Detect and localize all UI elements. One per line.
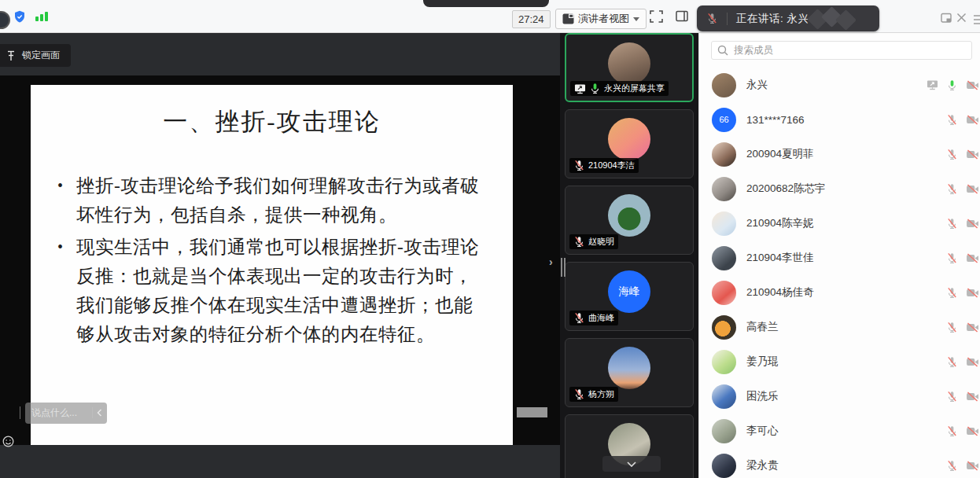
member-row[interactable]: 姜乃琨 (699, 344, 980, 379)
view-mode-label: 演讲者视图 (578, 12, 629, 26)
chevron-down-icon (633, 17, 639, 21)
chat-placeholder: 说点什么... (31, 406, 90, 420)
member-status-icons[interactable] (927, 79, 979, 91)
participant-avatar (608, 347, 650, 389)
member-status-icons[interactable] (946, 425, 979, 437)
member-avatar (712, 350, 736, 374)
chat-input[interactable]: 说点什么... (25, 403, 107, 424)
camera-muted-icon (966, 184, 979, 194)
participant-name: 曲海峰 (588, 312, 614, 324)
participant-thumbnail[interactable]: 永兴的屏幕共享 (565, 33, 694, 102)
meeting-window: 27:24 演讲者视图 正在讲话: 永兴 (0, 0, 980, 478)
participant-avatar (608, 118, 650, 160)
member-name: 210904杨佳奇 (746, 285, 946, 300)
chevron-left-icon[interactable] (97, 409, 102, 417)
member-row[interactable]: 梁永贵 (699, 448, 980, 478)
popout-panel-icon[interactable] (941, 13, 952, 24)
mic-muted-icon (573, 388, 585, 400)
shared-screen-stage: 一、挫折-攻击理论 挫折-攻击理论给予我们如何理解攻击行为或者破坏性行为，包括自… (0, 33, 560, 478)
members-panel: 永兴66131****7166200904夏明菲20200682陈芯宇21090… (698, 33, 980, 478)
participant-avatar (608, 42, 650, 85)
member-status-icons[interactable] (946, 252, 979, 264)
member-avatar (712, 211, 736, 236)
presentation-slide: 一、挫折-攻击理论 挫折-攻击理论给予我们如何理解攻击行为或者破坏性行为，包括自… (31, 85, 513, 445)
security-shield-icon[interactable] (13, 10, 26, 24)
member-status-icons[interactable] (946, 114, 979, 126)
mic-muted-icon (946, 460, 958, 472)
mic-muted-icon (946, 425, 958, 437)
member-status-icons[interactable] (946, 322, 979, 333)
member-row[interactable]: 200904夏明菲 (699, 137, 980, 171)
member-name: 姜乃琨 (746, 355, 946, 369)
member-avatar: 66 (712, 108, 736, 132)
member-avatar (712, 419, 736, 443)
member-row[interactable]: 66131****7166 (699, 102, 980, 137)
member-status-icons[interactable] (946, 149, 979, 160)
menu-icon[interactable] (974, 15, 980, 24)
mic-muted-icon (573, 312, 585, 324)
slide-bullets: 挫折-攻击理论给予我们如何理解攻击行为或者破坏性行为，包括自杀，提供一种视角。 … (31, 171, 513, 349)
member-status-icons[interactable] (946, 460, 979, 472)
scroll-down-button[interactable] (602, 456, 661, 472)
participant-thumbnail[interactable]: 210904李洁 (565, 109, 694, 178)
scrollbar-thumb[interactable] (517, 407, 547, 417)
lock-view-button[interactable]: 锁定画面 (0, 44, 71, 67)
member-status-icons[interactable] (946, 183, 979, 195)
search-members-input[interactable] (711, 41, 972, 60)
thumbnail-name-label: 杨方朔 (569, 387, 618, 402)
member-list: 永兴66131****7166200904夏明菲20200682陈芯宇21090… (699, 68, 980, 478)
participant-thumbnail[interactable]: 赵晓明 (565, 186, 694, 255)
slide-bullet: 挫折-攻击理论给予我们如何理解攻击行为或者破坏性行为，包括自杀，提供一种视角。 (57, 171, 491, 230)
member-status-icons[interactable] (946, 287, 979, 299)
camera-muted-icon (966, 392, 979, 402)
participant-thumbnail[interactable]: 杨方朔 (565, 338, 694, 407)
thumbnail-name-label: 210904李洁 (569, 158, 639, 173)
participant-thumbnail-strip: 永兴的屏幕共享210904李洁赵晓明海峰曲海峰杨方朔 (560, 33, 698, 478)
member-name: 梁永贵 (746, 458, 946, 472)
member-avatar (712, 177, 736, 201)
mic-muted-icon (946, 183, 958, 195)
lock-view-label: 锁定画面 (22, 49, 60, 62)
mic-muted-icon (946, 114, 958, 126)
close-icon[interactable] (956, 13, 967, 23)
member-row[interactable]: 210904杨佳奇 (699, 275, 980, 310)
panel-splitter-handle[interactable] (561, 258, 566, 277)
member-avatar (712, 246, 736, 270)
divider (20, 406, 20, 419)
member-row[interactable]: 李可心 (699, 414, 980, 448)
mic-muted-icon (946, 391, 958, 403)
floating-toolbar (423, 0, 549, 7)
sidebar-toggle-icon[interactable] (676, 10, 688, 22)
member-row[interactable]: 困洗乐 (699, 379, 980, 414)
view-mode-button[interactable]: 演讲者视图 (555, 9, 647, 29)
member-row[interactable]: 永兴 (699, 68, 980, 102)
fullscreen-icon[interactable] (650, 10, 663, 23)
member-status-icons[interactable] (946, 218, 979, 230)
chat-bar: 说点什么... (2, 402, 107, 424)
member-row[interactable]: 210904李世佳 (699, 241, 980, 275)
camera-muted-icon (966, 357, 979, 367)
member-name: 131****7166 (746, 114, 946, 126)
thumbnail-name-label: 曲海峰 (569, 311, 618, 325)
member-row[interactable]: 20200682陈芯宇 (699, 171, 980, 206)
participant-name: 赵晓明 (588, 236, 614, 248)
member-row[interactable]: 高春兰 (699, 310, 980, 344)
member-status-icons[interactable] (946, 391, 979, 403)
divider (727, 13, 728, 25)
mic-on-icon (946, 79, 958, 91)
participant-thumbnail[interactable]: 海峰曲海峰 (565, 262, 694, 331)
member-name: 200904夏明菲 (746, 147, 946, 161)
member-name: 困洗乐 (746, 389, 946, 403)
member-status-icons[interactable] (946, 356, 979, 368)
emoji-icon[interactable] (2, 436, 14, 447)
chevron-right-icon[interactable]: › (549, 256, 553, 268)
network-signal-icon[interactable] (35, 12, 48, 21)
member-avatar (712, 384, 736, 409)
member-name: 永兴 (746, 78, 927, 92)
camera-muted-icon (966, 115, 979, 125)
screen-share-icon (574, 83, 586, 94)
pin-icon (6, 50, 16, 61)
thumbnail-name-label: 永兴的屏幕共享 (570, 81, 669, 96)
member-row[interactable]: 210904陈辛妮 (699, 206, 980, 241)
member-name: 210904李世佳 (746, 251, 946, 265)
